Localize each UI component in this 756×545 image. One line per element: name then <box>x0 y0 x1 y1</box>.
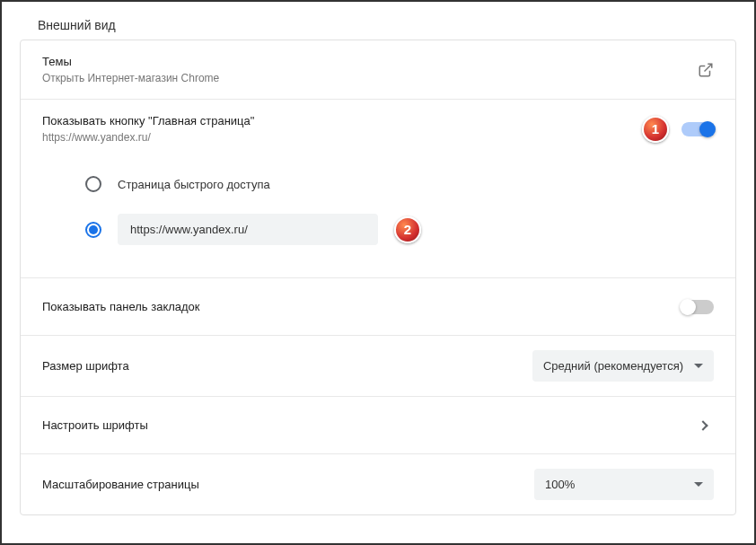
chevron-right-icon <box>698 420 708 430</box>
radio-quick-access[interactable] <box>85 176 101 192</box>
open-external-icon[interactable] <box>698 62 714 78</box>
font-size-title: Размер шрифта <box>42 359 532 373</box>
font-size-select[interactable]: Средний (рекомендуется) <box>532 350 714 382</box>
callout-marker-2: 2 <box>394 216 421 243</box>
zoom-select[interactable]: 100% <box>534 469 714 500</box>
themes-title: Темы <box>42 55 698 68</box>
font-size-text: Размер шрифта <box>42 359 532 373</box>
home-url-input[interactable] <box>118 214 378 245</box>
radio-quick-access-row[interactable]: Страница быстрого доступа <box>42 165 714 203</box>
bookmarks-bar-row: Показывать панель закладок <box>21 278 735 336</box>
bookmarks-bar-title: Показывать панель закладок <box>42 300 681 313</box>
themes-text: Темы Открыть Интернет-магазин Chrome <box>42 55 698 84</box>
home-button-radio-group: Страница быстрого доступа 2 <box>21 158 735 278</box>
appearance-card: Темы Открыть Интернет-магазин Chrome Пок… <box>20 40 736 515</box>
home-button-title: Показывать кнопку "Главная страница" <box>42 114 642 127</box>
callout-marker-1: 1 <box>642 116 669 143</box>
home-button-row: Показывать кнопку "Главная страница" htt… <box>21 100 735 158</box>
font-size-row: Размер шрифта Средний (рекомендуется) <box>21 336 735 397</box>
font-size-value: Средний (рекомендуется) <box>543 359 683 373</box>
home-button-subtitle: https://www.yandex.ru/ <box>42 131 642 144</box>
callout-1-wrap: 1 <box>642 116 714 143</box>
dropdown-arrow-icon <box>694 482 703 487</box>
customize-fonts-text: Настроить шрифты <box>42 418 699 432</box>
dropdown-arrow-icon <box>694 364 703 368</box>
home-button-text: Показывать кнопку "Главная страница" htt… <box>42 114 642 144</box>
radio-url-row[interactable]: 2 <box>42 203 714 256</box>
home-button-toggle[interactable] <box>681 122 714 136</box>
zoom-text: Масштабирование страницы <box>42 478 534 491</box>
section-title: Внешний вид <box>2 2 754 40</box>
themes-subtitle: Открыть Интернет-магазин Chrome <box>42 72 698 84</box>
zoom-value: 100% <box>545 478 575 491</box>
customize-fonts-row[interactable]: Настроить шрифты <box>21 397 735 454</box>
zoom-title: Масштабирование страницы <box>42 478 534 491</box>
bookmarks-bar-text: Показывать панель закладок <box>42 300 681 313</box>
bookmarks-bar-toggle[interactable] <box>681 300 714 314</box>
radio-quick-access-label: Страница быстрого доступа <box>118 178 270 191</box>
svg-line-0 <box>705 64 712 71</box>
radio-custom-url[interactable] <box>85 222 101 238</box>
customize-fonts-title: Настроить шрифты <box>42 418 699 432</box>
themes-row[interactable]: Темы Открыть Интернет-магазин Chrome <box>21 40 735 100</box>
zoom-row: Масштабирование страницы 100% <box>21 454 735 514</box>
